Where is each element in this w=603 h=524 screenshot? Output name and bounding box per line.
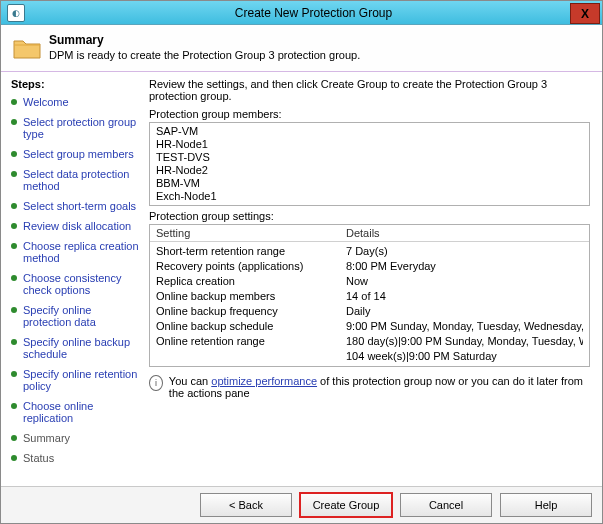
settings-row[interactable]: Online backup frequencyDaily xyxy=(156,304,583,319)
step-item[interactable]: Select protection group type xyxy=(11,116,141,140)
step-bullet-icon xyxy=(11,339,17,345)
step-bullet-icon xyxy=(11,307,17,313)
step-item[interactable]: Specify online protection data xyxy=(11,304,141,328)
settings-row[interactable]: Replica creationNow xyxy=(156,274,583,289)
settings-header-setting: Setting xyxy=(156,227,346,239)
settings-cell-details: 14 of 14 xyxy=(346,289,583,304)
info-icon: i xyxy=(149,375,163,391)
step-bullet-icon xyxy=(11,203,17,209)
settings-header-details: Details xyxy=(346,227,380,239)
settings-cell-details: 9:00 PM Sunday, Monday, Tuesday, Wednesd… xyxy=(346,319,583,334)
create-group-button[interactable]: Create Group xyxy=(300,493,392,517)
close-button[interactable]: X xyxy=(570,3,600,24)
settings-row[interactable]: Short-term retention range7 Day(s) xyxy=(156,244,583,259)
folder-icon xyxy=(13,37,41,59)
step-label[interactable]: Select group members xyxy=(23,148,134,160)
settings-rows: Short-term retention range7 Day(s)Recove… xyxy=(150,242,589,366)
step-item: Summary xyxy=(11,432,141,444)
window-title: Create New Protection Group xyxy=(25,6,602,20)
summary-banner: Summary DPM is ready to create the Prote… xyxy=(1,25,602,72)
optimize-tip: i You can optimize performance of this p… xyxy=(149,375,590,399)
settings-cell-details: 8:00 PM Everyday xyxy=(346,259,583,274)
member-item[interactable]: TEST-DVS xyxy=(156,151,583,164)
step-item[interactable]: Specify online retention policy xyxy=(11,368,141,392)
page-subheading: DPM is ready to create the Protection Gr… xyxy=(49,49,360,61)
step-item[interactable]: Select short-term goals xyxy=(11,200,141,212)
step-label[interactable]: Select data protection method xyxy=(23,168,141,192)
step-label: Summary xyxy=(23,432,70,444)
titlebar: ◐ Create New Protection Group X xyxy=(1,1,602,25)
settings-row[interactable]: Online retention range180 day(s)|9:00 PM… xyxy=(156,334,583,349)
step-bullet-icon xyxy=(11,243,17,249)
settings-row[interactable]: Online backup members14 of 14 xyxy=(156,289,583,304)
settings-cell-setting: Short-term retention range xyxy=(156,244,346,259)
settings-listview[interactable]: Setting Details Short-term retention ran… xyxy=(149,224,590,367)
step-label[interactable]: Welcome xyxy=(23,96,69,108)
tip-text: You can optimize performance of this pro… xyxy=(169,375,590,399)
steps-pane: Steps: WelcomeSelect protection group ty… xyxy=(1,72,145,486)
step-item: Status xyxy=(11,452,141,464)
member-item[interactable]: BBM-VM xyxy=(156,177,583,190)
step-label[interactable]: Select short-term goals xyxy=(23,200,136,212)
step-bullet-icon xyxy=(11,99,17,105)
step-label[interactable]: Choose online replication xyxy=(23,400,141,424)
member-item[interactable]: SAP-VM xyxy=(156,125,583,138)
step-label[interactable]: Choose replica creation method xyxy=(23,240,141,264)
member-item[interactable]: HR-Node2 xyxy=(156,164,583,177)
settings-cell-details: 180 day(s)|9:00 PM Sunday, Monday, Tuesd… xyxy=(346,334,583,349)
step-item[interactable]: Review disk allocation xyxy=(11,220,141,232)
settings-cell-details: 104 week(s)|9:00 PM Saturday xyxy=(346,349,583,364)
step-item[interactable]: Choose online replication xyxy=(11,400,141,424)
step-label[interactable]: Choose consistency check options xyxy=(23,272,141,296)
tip-pre: You can xyxy=(169,375,211,387)
help-button[interactable]: Help xyxy=(500,493,592,517)
step-bullet-icon xyxy=(11,171,17,177)
step-label: Status xyxy=(23,452,54,464)
settings-label: Protection group settings: xyxy=(149,210,590,222)
step-bullet-icon xyxy=(11,223,17,229)
step-bullet-icon xyxy=(11,275,17,281)
app-icon: ◐ xyxy=(7,4,25,22)
members-label: Protection group members: xyxy=(149,108,590,120)
step-item[interactable]: Specify online backup schedule xyxy=(11,336,141,360)
step-item[interactable]: Choose consistency check options xyxy=(11,272,141,296)
wizard-window: ◐ Create New Protection Group X Summary … xyxy=(0,0,603,524)
settings-row[interactable]: Online backup schedule9:00 PM Sunday, Mo… xyxy=(156,319,583,334)
instruction-text: Review the settings, and then click Crea… xyxy=(149,78,590,102)
settings-cell-setting: Replica creation xyxy=(156,274,346,289)
banner-text: Summary DPM is ready to create the Prote… xyxy=(49,33,360,61)
settings-cell-setting: Online backup schedule xyxy=(156,319,346,334)
wizard-body: Steps: WelcomeSelect protection group ty… xyxy=(1,72,602,486)
member-item[interactable]: HR-Node1 xyxy=(156,138,583,151)
settings-cell-setting: Recovery points (applications) xyxy=(156,259,346,274)
step-bullet-icon xyxy=(11,151,17,157)
settings-cell-details: Daily xyxy=(346,304,583,319)
step-label[interactable]: Specify online backup schedule xyxy=(23,336,141,360)
step-label[interactable]: Specify online protection data xyxy=(23,304,141,328)
settings-cell-setting xyxy=(156,349,346,364)
members-listbox[interactable]: SAP-VMHR-Node1TEST-DVSHR-Node2BBM-VMExch… xyxy=(149,122,590,206)
settings-cell-setting: Online retention range xyxy=(156,334,346,349)
step-item[interactable]: Welcome xyxy=(11,96,141,108)
steps-title: Steps: xyxy=(11,78,141,90)
steps-list: WelcomeSelect protection group typeSelec… xyxy=(11,96,141,464)
page-heading: Summary xyxy=(49,33,360,47)
step-label[interactable]: Specify online retention policy xyxy=(23,368,141,392)
step-bullet-icon xyxy=(11,435,17,441)
member-item[interactable]: Exch-Node1 xyxy=(156,190,583,203)
back-button[interactable]: < Back xyxy=(200,493,292,517)
step-label[interactable]: Review disk allocation xyxy=(23,220,131,232)
content-pane: Review the settings, and then click Crea… xyxy=(145,72,602,486)
settings-row[interactable]: 104 week(s)|9:00 PM Saturday xyxy=(156,349,583,364)
step-bullet-icon xyxy=(11,371,17,377)
step-item[interactable]: Select data protection method xyxy=(11,168,141,192)
settings-cell-details: 7 Day(s) xyxy=(346,244,583,259)
optimize-performance-link[interactable]: optimize performance xyxy=(211,375,317,387)
step-label[interactable]: Select protection group type xyxy=(23,116,141,140)
step-item[interactable]: Choose replica creation method xyxy=(11,240,141,264)
cancel-button[interactable]: Cancel xyxy=(400,493,492,517)
member-item[interactable]: ShreeshVM xyxy=(156,203,583,206)
settings-row[interactable]: Recovery points (applications)8:00 PM Ev… xyxy=(156,259,583,274)
step-item[interactable]: Select group members xyxy=(11,148,141,160)
button-bar: < Back Create Group Cancel Help xyxy=(1,486,602,523)
